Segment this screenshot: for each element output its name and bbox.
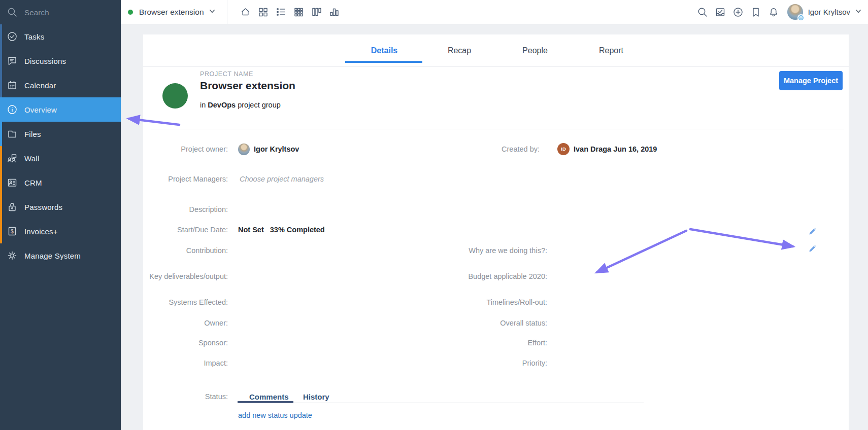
field-label: Start/Due Date: bbox=[143, 225, 228, 235]
sidebar-item-crm[interactable]: CRM bbox=[0, 170, 121, 195]
user-menu[interactable]: Igor Kryltsov bbox=[787, 4, 862, 20]
comments-tab-underline bbox=[238, 401, 293, 403]
sidebar-item-files[interactable]: Files bbox=[0, 122, 121, 146]
project-selector-label: Browser extension bbox=[139, 8, 204, 17]
gear-icon bbox=[6, 249, 18, 262]
chevron-down-icon bbox=[855, 8, 862, 17]
field-label: Key deliverables/output: bbox=[143, 271, 228, 281]
active-tab-underline bbox=[345, 61, 422, 63]
tab-report[interactable]: Report bbox=[581, 34, 642, 67]
kanban-columns-icon[interactable] bbox=[311, 6, 323, 18]
choose-managers-placeholder[interactable]: Choose project managers bbox=[240, 175, 324, 183]
not-set-value: Not Set bbox=[238, 225, 264, 235]
sidebar-item-label: Discussions bbox=[24, 57, 66, 65]
grid-2x2-icon[interactable] bbox=[257, 6, 270, 18]
add-status-update-link[interactable]: add new status update bbox=[238, 411, 312, 419]
user-name: Igor Kryltsov bbox=[808, 8, 850, 16]
app-window: Search Tasks Discussions Calendar Overvi… bbox=[0, 0, 868, 430]
user-avatar bbox=[787, 4, 803, 20]
tab-history[interactable]: History bbox=[303, 392, 329, 401]
sidebar-item-label: Search bbox=[24, 8, 49, 17]
calendar-icon bbox=[6, 79, 18, 91]
status-tabs-divider bbox=[293, 403, 644, 403]
group-suffix: project group bbox=[236, 101, 281, 109]
project-group: in DevOps project group bbox=[200, 101, 281, 109]
search-icon bbox=[6, 6, 18, 18]
field-label: Overall status: bbox=[395, 318, 547, 328]
avatar bbox=[238, 144, 250, 155]
sidebar-item-calendar[interactable]: Calendar bbox=[0, 73, 121, 97]
completed-percent: 33% Completed bbox=[270, 225, 325, 235]
project-status-dot bbox=[128, 10, 133, 15]
detail-row-deliverables: Key deliverables/output: Budget applicab… bbox=[143, 270, 849, 282]
folder-icon bbox=[6, 128, 18, 140]
sidebar-item-discussions[interactable]: Discussions bbox=[0, 49, 121, 73]
detail-row-contribution: Contribution: Why are we doing this?: bbox=[143, 244, 849, 257]
created-by-name: Ivan Draga Jun 16, 2019 bbox=[574, 144, 657, 154]
chevron-down-icon bbox=[209, 8, 216, 17]
field-label: Sponsor: bbox=[143, 338, 228, 348]
overview-icon bbox=[6, 103, 18, 116]
sidebar: Search Tasks Discussions Calendar Overvi… bbox=[0, 0, 121, 430]
sidebar-item-tasks[interactable]: Tasks bbox=[0, 24, 121, 49]
home-icon[interactable] bbox=[240, 6, 252, 18]
group-name: DevOps bbox=[208, 101, 236, 109]
field-label: Project owner: bbox=[143, 144, 228, 154]
detail-row-impact: Impact: Priority: bbox=[143, 357, 849, 369]
field-label: Owner: bbox=[143, 318, 228, 328]
detail-row-sponsor: Sponsor: Effort: bbox=[143, 337, 849, 349]
edit-pencil-icon[interactable] bbox=[809, 227, 817, 235]
project-details-card: Details Recap People Report PROJECT NAME… bbox=[143, 34, 849, 430]
field-label: Systems Effected: bbox=[143, 297, 228, 307]
topbar-divider bbox=[227, 0, 227, 24]
tab-people[interactable]: People bbox=[505, 34, 565, 67]
list-view-icon[interactable] bbox=[275, 6, 287, 18]
sidebar-item-label: Manage System bbox=[24, 252, 81, 260]
header-divider bbox=[151, 129, 844, 129]
grid-3x3-icon[interactable] bbox=[293, 6, 305, 18]
wall-icon bbox=[6, 152, 18, 164]
invoice-dollar-icon: $ bbox=[6, 225, 18, 237]
created-by-value: IDIvan Draga Jun 16, 2019 bbox=[557, 143, 657, 155]
search-icon[interactable] bbox=[697, 7, 708, 18]
bell-icon[interactable] bbox=[768, 7, 779, 18]
startdue-value: Not Set33% Completed bbox=[238, 225, 325, 235]
sidebar-item-overview[interactable]: Overview bbox=[0, 97, 121, 122]
sidebar-item-invoices[interactable]: $ Invoices+ bbox=[0, 219, 121, 243]
project-tabs: Details Recap People Report bbox=[143, 34, 849, 67]
bookmark-icon[interactable] bbox=[750, 7, 761, 18]
owner-name: Igor Kryltsov bbox=[254, 144, 299, 154]
tab-recap[interactable]: Recap bbox=[429, 34, 490, 67]
field-label: Project Managers: bbox=[143, 174, 228, 184]
sidebar-item-manage-system[interactable]: Manage System bbox=[0, 243, 121, 268]
detail-row-owner: Project owner: Igor Kryltsov Created by:… bbox=[143, 143, 849, 155]
sidebar-item-label: Invoices+ bbox=[24, 227, 58, 236]
project-owner-value: Igor Kryltsov bbox=[238, 144, 299, 155]
inbox-check-icon[interactable] bbox=[715, 7, 726, 18]
detail-row-systems: Systems Effected: Timelines/Roll-out: bbox=[143, 296, 849, 308]
sidebar-item-label: Tasks bbox=[24, 32, 44, 41]
field-label: Effort: bbox=[395, 338, 547, 348]
sidebar-item-passwords[interactable]: Passwords bbox=[0, 195, 121, 219]
project-selector[interactable]: Browser extension bbox=[121, 0, 216, 24]
field-label: Impact: bbox=[143, 358, 228, 368]
topbar-actions: Igor Kryltsov bbox=[690, 4, 868, 20]
detail-row-managers: Project Managers: Choose project manager… bbox=[143, 173, 849, 185]
tasks-icon bbox=[6, 30, 18, 43]
plus-circle-icon[interactable] bbox=[732, 7, 744, 18]
sidebar-item-label: Calendar bbox=[24, 81, 56, 90]
field-label: Created by: bbox=[395, 144, 540, 154]
topbar: Browser extension Igor Kryltsov bbox=[121, 0, 868, 24]
tab-comments[interactable]: Comments bbox=[249, 392, 289, 401]
main-content: Details Recap People Report PROJECT NAME… bbox=[121, 24, 868, 430]
bar-chart-icon[interactable] bbox=[328, 6, 341, 18]
discussions-icon bbox=[6, 55, 18, 67]
sidebar-item-search[interactable]: Search bbox=[0, 0, 121, 24]
globe-badge-icon bbox=[797, 14, 805, 21]
contact-card-icon bbox=[6, 176, 18, 189]
edit-pencil-icon[interactable] bbox=[809, 244, 817, 253]
group-prefix: in bbox=[200, 101, 208, 109]
sidebar-item-wall[interactable]: Wall bbox=[0, 146, 121, 170]
detail-row-description: Description: bbox=[143, 203, 849, 216]
manage-project-button[interactable]: Manage Project bbox=[779, 71, 843, 90]
